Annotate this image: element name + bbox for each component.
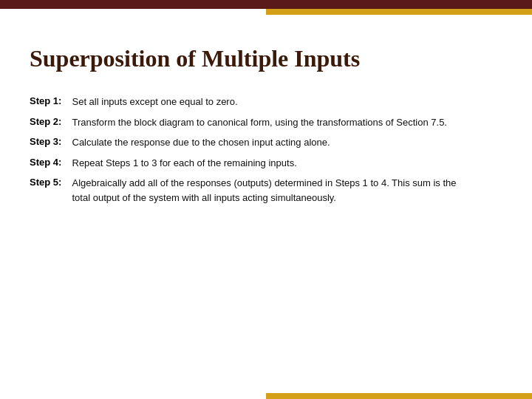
step-text-2: Transform the block diagram to canonical… xyxy=(72,115,503,136)
step-label-5: Step 5: xyxy=(30,176,72,211)
step-label-4: Step 4: xyxy=(30,156,72,177)
step-label-3: Step 3: xyxy=(30,135,72,156)
top-bar-gold xyxy=(266,9,532,15)
step-text-3: Calculate the response due to the chosen… xyxy=(72,135,503,156)
step-row-1: Step 1:Set all inputs except one equal t… xyxy=(30,95,502,115)
step-label-2: Step 2: xyxy=(30,115,72,136)
step-label-1: Step 1: xyxy=(30,95,72,115)
main-content: Superposition of Multiple Inputs Step 1:… xyxy=(30,44,502,369)
step-text-4: Repeat Steps 1 to 3 for each of the rema… xyxy=(72,156,503,177)
steps-container: Step 1:Set all inputs except one equal t… xyxy=(30,95,502,211)
step-row-4: Step 4:Repeat Steps 1 to 3 for each of t… xyxy=(30,156,502,177)
step-row-3: Step 3:Calculate the response due to the… xyxy=(30,135,502,156)
step-text-5: Algebraically add all of the responses (… xyxy=(72,176,503,211)
step-row-5: Step 5:Algebraically add all of the resp… xyxy=(30,176,502,211)
step-text-1: Set all inputs except one equal to zero. xyxy=(72,95,503,115)
slide-title: Superposition of Multiple Inputs xyxy=(30,44,502,72)
bottom-bar xyxy=(266,393,532,399)
step-row-2: Step 2:Transform the block diagram to ca… xyxy=(30,115,502,136)
top-bar-dark xyxy=(0,0,532,9)
